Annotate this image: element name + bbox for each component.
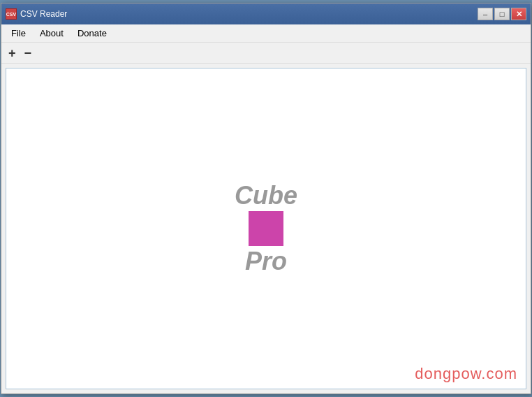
menu-about-label: About <box>40 28 64 38</box>
logo-square <box>249 211 283 246</box>
minimize-button[interactable]: – <box>478 8 493 20</box>
menu-about[interactable]: About <box>33 24 71 42</box>
add-button[interactable]: + <box>6 45 19 61</box>
title-bar-left: CSV CSV Reader <box>6 8 67 20</box>
window-controls: – □ ✕ <box>478 8 526 20</box>
menu-file-label: File <box>11 28 26 38</box>
toolbar: + − <box>1 43 531 64</box>
window-title: CSV Reader <box>20 9 67 19</box>
logo-cube-text: Cube <box>235 182 297 210</box>
logo: Cube Pro <box>235 182 297 275</box>
content-area: Cube Pro dongpow.com <box>1 64 531 394</box>
remove-button[interactable]: − <box>22 45 35 61</box>
menu-donate[interactable]: Donate <box>71 24 114 42</box>
main-panel: Cube Pro dongpow.com <box>6 68 526 389</box>
maximize-button[interactable]: □ <box>494 8 510 20</box>
logo-pro-text: Pro <box>245 247 287 275</box>
menu-file[interactable]: File <box>4 24 33 42</box>
menu-donate-label: Donate <box>77 28 107 38</box>
watermark: dongpow.com <box>415 365 517 383</box>
main-window: CSV CSV Reader – □ ✕ File About Donate +… <box>1 3 531 394</box>
app-icon: CSV <box>6 8 17 20</box>
menu-bar: File About Donate <box>1 24 531 43</box>
title-bar: CSV CSV Reader – □ ✕ <box>1 3 531 24</box>
close-button[interactable]: ✕ <box>511 8 526 20</box>
